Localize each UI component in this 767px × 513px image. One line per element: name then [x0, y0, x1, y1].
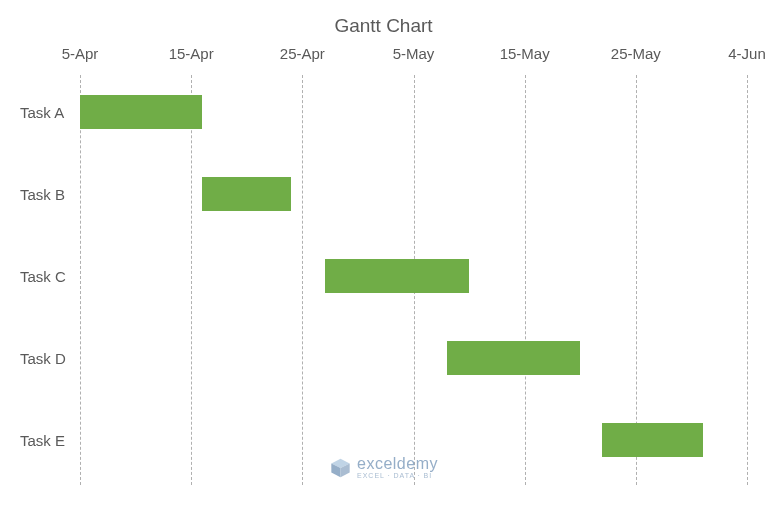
y-axis-label: Task A: [20, 103, 75, 120]
gridline: [747, 75, 748, 485]
grid-area: Task ATask BTask CTask DTask E: [80, 75, 747, 485]
x-axis-tick: 4-Jun: [728, 45, 766, 62]
watermark-brand: exceldemy: [357, 456, 438, 472]
gantt-bar: [80, 95, 202, 129]
x-axis-tick: 15-Apr: [169, 45, 214, 62]
chart-title: Gantt Chart: [20, 15, 747, 37]
gridline: [302, 75, 303, 485]
y-axis-label: Task B: [20, 185, 75, 202]
gridline: [191, 75, 192, 485]
x-axis-tick: 5-Apr: [62, 45, 99, 62]
y-axis-label: Task C: [20, 267, 75, 284]
gridline: [525, 75, 526, 485]
x-axis-tick: 15-May: [500, 45, 550, 62]
gantt-chart: Gantt Chart 5-Apr15-Apr25-Apr5-May15-May…: [0, 0, 767, 513]
x-axis-tick: 25-May: [611, 45, 661, 62]
gantt-bar: [325, 259, 470, 293]
x-axis: 5-Apr15-Apr25-Apr5-May15-May25-May4-Jun: [80, 45, 747, 75]
gridline: [80, 75, 81, 485]
watermark-tagline: EXCEL · DATA · BI: [357, 472, 438, 479]
gantt-bar: [202, 177, 291, 211]
gantt-bar: [447, 341, 580, 375]
watermark: exceldemy EXCEL · DATA · BI: [329, 456, 438, 479]
x-axis-tick: 5-May: [393, 45, 435, 62]
cube-icon: [329, 457, 351, 479]
x-axis-tick: 25-Apr: [280, 45, 325, 62]
gantt-bar: [602, 423, 702, 457]
y-axis-label: Task D: [20, 349, 75, 366]
plot-area: 5-Apr15-Apr25-Apr5-May15-May25-May4-Jun …: [20, 45, 747, 485]
y-axis-label: Task E: [20, 431, 75, 448]
